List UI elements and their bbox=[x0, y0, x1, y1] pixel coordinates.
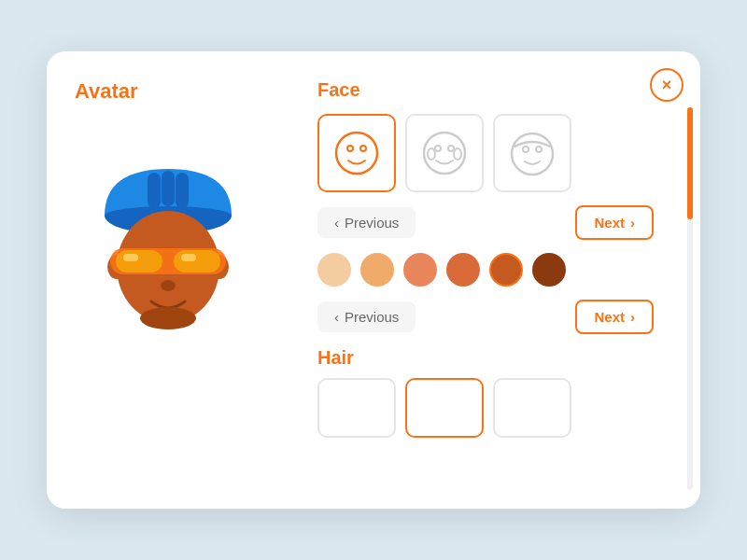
skin-prev-button[interactable]: ‹ Previous bbox=[317, 301, 416, 332]
skin-nav-row: ‹ Previous Next › bbox=[317, 300, 672, 334]
face-section-title: Face bbox=[317, 79, 672, 101]
skin-color-swatches bbox=[317, 253, 672, 287]
svg-point-25 bbox=[536, 147, 542, 152]
svg-point-14 bbox=[140, 307, 196, 329]
skin-next-button[interactable]: Next › bbox=[575, 300, 654, 334]
face-next-label: Next bbox=[594, 215, 625, 231]
svg-point-16 bbox=[347, 146, 353, 151]
swatch-4[interactable] bbox=[446, 253, 480, 287]
swatch-6[interactable] bbox=[532, 253, 566, 287]
svg-point-17 bbox=[360, 146, 366, 151]
svg-point-22 bbox=[454, 148, 461, 160]
close-button[interactable]: × bbox=[650, 68, 684, 102]
svg-point-24 bbox=[523, 147, 529, 152]
skin-prev-label: Previous bbox=[345, 309, 399, 325]
face-next-chevron-icon: › bbox=[630, 215, 635, 231]
svg-point-18 bbox=[424, 133, 465, 174]
face-cards-row bbox=[317, 114, 672, 192]
svg-point-23 bbox=[512, 133, 553, 175]
hair-card-2[interactable] bbox=[405, 378, 484, 438]
scrollbar-thumb[interactable] bbox=[687, 107, 693, 219]
swatch-2[interactable] bbox=[360, 253, 394, 287]
skin-next-label: Next bbox=[594, 309, 625, 325]
svg-rect-2 bbox=[162, 171, 175, 206]
hair-card-1[interactable] bbox=[317, 378, 396, 438]
face-prev-label: Previous bbox=[345, 215, 399, 231]
swatch-3[interactable] bbox=[403, 253, 437, 287]
svg-rect-9 bbox=[116, 250, 162, 273]
avatar-area: Avatar bbox=[75, 79, 299, 490]
svg-rect-3 bbox=[176, 173, 189, 208]
hair-cards-row bbox=[317, 378, 672, 438]
face-next-button[interactable]: Next › bbox=[575, 205, 654, 240]
swatch-5[interactable] bbox=[489, 253, 523, 287]
scrollbar-track[interactable] bbox=[687, 107, 693, 490]
avatar-illustration bbox=[75, 132, 261, 337]
hair-card-3[interactable] bbox=[493, 378, 571, 438]
face-card-2[interactable] bbox=[405, 114, 484, 192]
svg-point-13 bbox=[161, 280, 176, 291]
svg-point-20 bbox=[448, 146, 454, 151]
face-prev-chevron-icon: ‹ bbox=[334, 215, 339, 231]
svg-rect-11 bbox=[123, 254, 138, 261]
svg-rect-10 bbox=[174, 250, 220, 273]
svg-rect-12 bbox=[181, 254, 196, 261]
face-card-3[interactable] bbox=[493, 114, 571, 192]
skin-prev-chevron-icon: ‹ bbox=[334, 309, 339, 325]
avatar-modal: × Avatar bbox=[47, 51, 700, 509]
modal-title: Avatar bbox=[75, 79, 138, 104]
face-card-1[interactable] bbox=[317, 114, 396, 192]
skin-next-chevron-icon: › bbox=[630, 309, 635, 325]
svg-point-21 bbox=[428, 148, 435, 160]
hair-section-title: Hair bbox=[317, 347, 672, 369]
svg-point-15 bbox=[336, 133, 377, 174]
face-prev-button[interactable]: ‹ Previous bbox=[317, 207, 416, 238]
swatch-1[interactable] bbox=[317, 253, 351, 287]
face-nav-row: ‹ Previous Next › bbox=[317, 205, 672, 240]
svg-point-19 bbox=[435, 146, 441, 151]
svg-rect-1 bbox=[148, 173, 161, 208]
config-area: Face bbox=[299, 79, 672, 490]
